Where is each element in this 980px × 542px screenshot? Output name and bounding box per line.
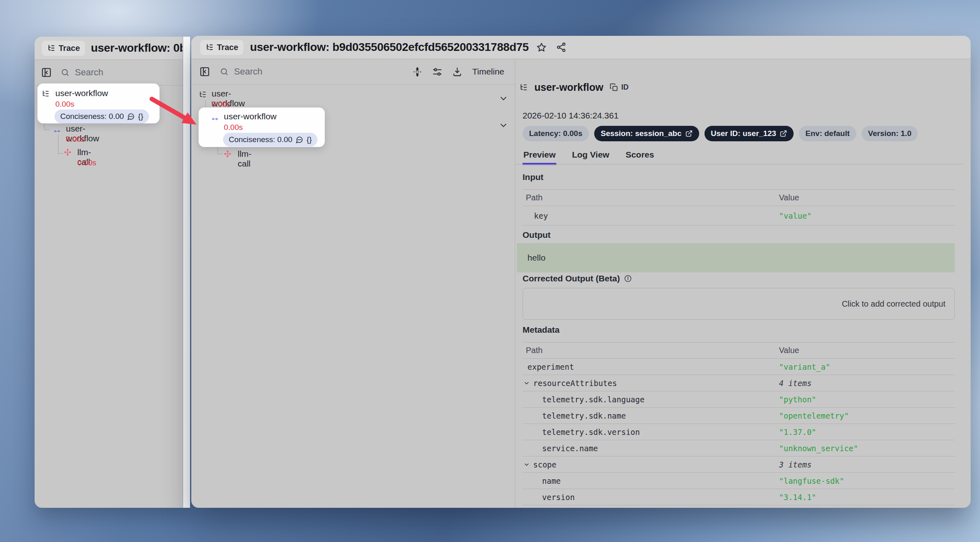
span-kind-icon: ↔ [52, 125, 62, 134]
table-row[interactable]: key "value" [523, 206, 955, 226]
corrected-output-box[interactable]: Click to add corrected output [523, 288, 955, 320]
span-label[interactable]: user-workflow [224, 112, 277, 121]
span-label[interactable]: user-workflow [55, 88, 108, 98]
output-value-band[interactable]: hello [517, 243, 955, 272]
row-path: telemetry.sdk.name [542, 411, 626, 420]
metadata-table: Path Value experiment "variant_a" [523, 342, 955, 508]
row-path: telemetry.sdk.version [542, 428, 640, 437]
table-row[interactable]: telemetry.sdk.name "opentelemetry" [523, 408, 955, 424]
fold-vertical-icon[interactable] [412, 67, 422, 77]
generation-icon: ✣ [64, 148, 71, 157]
table-header: Path Value [523, 189, 955, 206]
front-window-title: user-workflow: b9d035506502efcfd56520033… [250, 41, 529, 54]
tab[interactable]: Scores [625, 146, 655, 165]
chevron-down-icon[interactable] [499, 94, 508, 103]
tree-connector [58, 134, 59, 154]
col-value: Value [779, 346, 955, 355]
back-window-title: user-workflow: 0bde [91, 42, 190, 55]
json-braces: {} [306, 135, 312, 144]
panel-collapse-icon[interactable] [199, 66, 210, 77]
front-window-header: Trace user-workflow: b9d035506502efcfd56… [191, 36, 971, 59]
download-icon[interactable] [452, 67, 462, 77]
search-placeholder: Search [75, 67, 103, 78]
meta-badge[interactable]: User ID: user_123 [704, 126, 794, 141]
search-input[interactable]: Search [220, 66, 402, 77]
chevron-down-icon[interactable] [499, 121, 508, 130]
metadata-rows: experiment "variant_a" resourceAttribute… [523, 359, 955, 508]
star-icon[interactable] [536, 42, 547, 53]
table-row[interactable]: scope 3 items [523, 456, 955, 473]
settings-sliders-icon[interactable] [432, 67, 442, 77]
search-icon [220, 67, 229, 76]
table-row[interactable]: telemetry.sdk.language "python" [523, 391, 955, 408]
span-duration: 0.00s [66, 135, 85, 144]
back-tree-toolbar: Search [35, 60, 190, 86]
table-row[interactable]: resourceAttributes 4 items [523, 375, 955, 391]
table-row[interactable]: version "3.14.1" [523, 489, 955, 505]
share-icon[interactable] [556, 42, 567, 53]
search-placeholder: Search [234, 66, 262, 77]
meta-badge[interactable]: Env: default [799, 126, 856, 141]
details-tabs: Preview Log View Scores [523, 146, 655, 165]
col-value: Value [779, 193, 955, 202]
annotation-arrow [138, 86, 220, 143]
output-value: hello [527, 253, 545, 263]
score-badge[interactable]: Conciseness: 0.00 {} [55, 110, 149, 123]
span-duration: 0.00s [77, 158, 96, 167]
metadata-heading: Metadata [523, 325, 560, 335]
table-row[interactable]: name "langfuse-sdk" [523, 473, 955, 489]
row-path: name [542, 476, 561, 485]
score-badge-text: Conciseness: 0.00 [60, 112, 124, 121]
search-input[interactable]: Search [61, 67, 103, 78]
row-value: "python" [779, 395, 955, 404]
meta-badge[interactable]: Latency: 0.00s [523, 126, 589, 141]
comment-icon [127, 113, 135, 121]
corrected-output-heading: Corrected Output (Beta) [523, 274, 620, 283]
row-value: 3 items [779, 460, 955, 469]
id-label: ID [621, 83, 628, 92]
info-icon[interactable] [624, 274, 632, 283]
timeline-toggle[interactable]: Timeline [472, 67, 504, 77]
back-window-header: Trace user-workflow: 0bde [35, 37, 190, 60]
badge-row: Latency: 0.00s Session: session_abc User… [523, 126, 918, 141]
tab[interactable]: Log View [571, 146, 610, 165]
table-row[interactable]: telemetry.sdk.version "1.37.0" [523, 424, 955, 440]
row-value: "value" [779, 211, 955, 220]
badge-label: Session: session_abc [601, 129, 682, 138]
tabs-divider [515, 164, 964, 165]
panel-collapse-icon[interactable] [41, 67, 52, 78]
trace-details-panel: user-workflow ID 2026-02-10 14:36:24.361… [515, 59, 971, 508]
tree-connector [44, 129, 50, 130]
span-duration: 0.00s [224, 123, 243, 132]
row-value: "opentelemetry" [779, 411, 955, 420]
search-icon [61, 68, 70, 77]
external-link-icon [685, 130, 693, 137]
copy-id-button[interactable]: ID [610, 83, 628, 92]
details-title: user-workflow [534, 81, 603, 93]
row-value: "3.14.1" [779, 493, 955, 502]
generation-icon: ✣ [224, 150, 231, 159]
span-duration: 0.00s [55, 100, 74, 109]
external-link-icon [780, 130, 787, 137]
trace-type-pill: Trace [200, 40, 243, 55]
span-label[interactable]: llm-call [238, 149, 252, 169]
tree-connector [58, 153, 63, 154]
table-row[interactable]: attributes 1 items [523, 505, 955, 508]
meta-badge[interactable]: Session: session_abc [594, 126, 699, 141]
trace-pill-label: Trace [59, 44, 80, 53]
col-path: Path [523, 346, 779, 355]
details-title-row: user-workflow ID [519, 81, 628, 93]
table-row[interactable]: service.name "unknown_service" [523, 440, 955, 456]
chevron-down-icon[interactable] [523, 461, 530, 468]
input-table: Path Value key "value" [523, 189, 955, 226]
col-path: Path [523, 193, 779, 202]
row-path: experiment [527, 362, 574, 371]
table-row[interactable]: experiment "variant_a" [523, 359, 955, 375]
tree-connector [217, 154, 223, 154]
score-badge[interactable]: Conciseness: 0.00 {} [223, 133, 317, 147]
output-heading: Output [523, 230, 551, 240]
corrected-output-heading-row: Corrected Output (Beta) [523, 274, 632, 283]
meta-badge[interactable]: Version: 1.0 [862, 126, 918, 141]
tab[interactable]: Preview [523, 146, 556, 165]
chevron-down-icon[interactable] [523, 380, 530, 386]
